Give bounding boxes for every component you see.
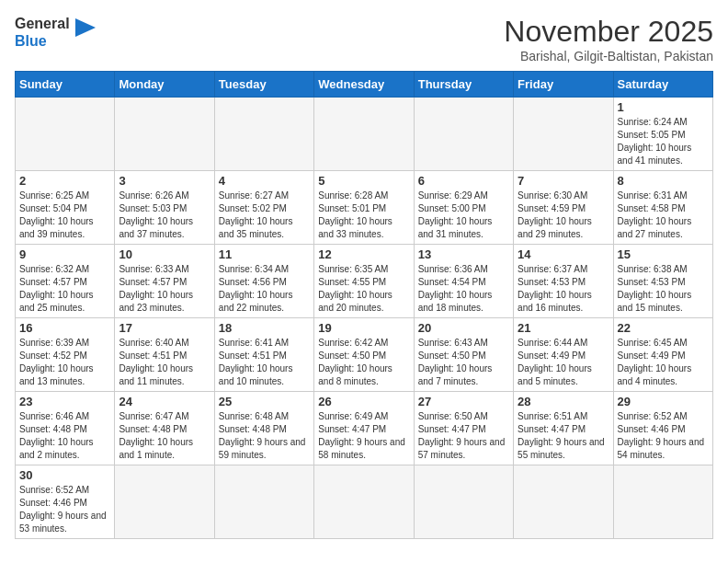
day-number: 23 [19, 395, 110, 408]
day-info: Sunrise: 6:28 AM Sunset: 5:01 PM Dayligh… [318, 190, 409, 241]
calendar-cell: 5Sunrise: 6:28 AM Sunset: 5:01 PM Daylig… [314, 171, 414, 245]
day-info: Sunrise: 6:48 AM Sunset: 4:48 PM Dayligh… [219, 410, 310, 462]
calendar-day-header: Sunday [16, 72, 115, 98]
logo-text: General Blue [15, 15, 70, 50]
calendar-cell: 6Sunrise: 6:29 AM Sunset: 5:00 PM Daylig… [414, 171, 513, 245]
day-info: Sunrise: 6:38 AM Sunset: 4:53 PM Dayligh… [618, 263, 709, 315]
calendar-cell: 23Sunrise: 6:46 AM Sunset: 4:48 PM Dayli… [16, 392, 115, 465]
day-info: Sunrise: 6:30 AM Sunset: 4:59 PM Dayligh… [518, 190, 609, 241]
day-info: Sunrise: 6:45 AM Sunset: 4:49 PM Dayligh… [618, 337, 709, 388]
calendar-cell: 2Sunrise: 6:25 AM Sunset: 5:04 PM Daylig… [16, 171, 115, 245]
calendar-cell: 10Sunrise: 6:33 AM Sunset: 4:57 PM Dayli… [115, 245, 214, 318]
title-block: November 2025 Barishal, Gilgit-Baltistan… [504, 15, 713, 63]
calendar-cell: 21Sunrise: 6:44 AM Sunset: 4:49 PM Dayli… [514, 318, 613, 392]
day-info: Sunrise: 6:49 AM Sunset: 4:47 PM Dayligh… [318, 410, 409, 462]
calendar-cell: 13Sunrise: 6:36 AM Sunset: 4:54 PM Dayli… [414, 245, 513, 318]
day-number: 22 [618, 321, 709, 335]
calendar-cell [514, 465, 613, 539]
calendar-cell [16, 98, 115, 171]
day-info: Sunrise: 6:26 AM Sunset: 5:03 PM Dayligh… [119, 190, 210, 241]
day-info: Sunrise: 6:35 AM Sunset: 4:55 PM Dayligh… [318, 263, 409, 315]
day-info: Sunrise: 6:47 AM Sunset: 4:48 PM Dayligh… [119, 410, 210, 462]
calendar: SundayMondayTuesdayWednesdayThursdayFrid… [15, 71, 713, 539]
day-info: Sunrise: 6:29 AM Sunset: 5:00 PM Dayligh… [418, 190, 509, 241]
day-number: 25 [219, 395, 310, 408]
calendar-cell [314, 98, 414, 171]
header: General Blue November 2025 Barishal, Gil… [15, 15, 713, 63]
calendar-cell [414, 98, 513, 171]
calendar-week-row: 9Sunrise: 6:32 AM Sunset: 4:57 PM Daylig… [16, 245, 713, 318]
day-info: Sunrise: 6:50 AM Sunset: 4:47 PM Dayligh… [418, 410, 509, 462]
day-info: Sunrise: 6:46 AM Sunset: 4:48 PM Dayligh… [19, 410, 110, 462]
day-number: 9 [19, 247, 110, 261]
day-number: 21 [518, 321, 609, 335]
month-title: November 2025 [504, 15, 713, 49]
day-number: 8 [618, 174, 709, 188]
day-info: Sunrise: 6:31 AM Sunset: 4:58 PM Dayligh… [618, 190, 709, 241]
calendar-cell [314, 465, 414, 539]
calendar-cell: 8Sunrise: 6:31 AM Sunset: 4:58 PM Daylig… [613, 171, 712, 245]
day-info: Sunrise: 6:37 AM Sunset: 4:53 PM Dayligh… [518, 263, 609, 315]
day-number: 7 [518, 174, 609, 188]
day-info: Sunrise: 6:32 AM Sunset: 4:57 PM Dayligh… [19, 263, 110, 315]
calendar-cell: 11Sunrise: 6:34 AM Sunset: 4:56 PM Dayli… [214, 245, 313, 318]
day-number: 4 [219, 174, 310, 188]
calendar-cell: 17Sunrise: 6:40 AM Sunset: 4:51 PM Dayli… [115, 318, 214, 392]
day-info: Sunrise: 6:25 AM Sunset: 5:04 PM Dayligh… [19, 190, 110, 241]
day-number: 28 [518, 395, 609, 408]
calendar-cell: 25Sunrise: 6:48 AM Sunset: 4:48 PM Dayli… [214, 392, 313, 465]
day-number: 11 [219, 247, 310, 261]
calendar-week-row: 1Sunrise: 6:24 AM Sunset: 5:05 PM Daylig… [16, 98, 713, 171]
calendar-cell: 28Sunrise: 6:51 AM Sunset: 4:47 PM Dayli… [514, 392, 613, 465]
day-info: Sunrise: 6:41 AM Sunset: 4:51 PM Dayligh… [219, 337, 310, 388]
day-number: 6 [418, 174, 509, 188]
day-info: Sunrise: 6:40 AM Sunset: 4:51 PM Dayligh… [119, 337, 210, 388]
calendar-cell [514, 98, 613, 171]
calendar-cell: 14Sunrise: 6:37 AM Sunset: 4:53 PM Dayli… [514, 245, 613, 318]
svg-marker-0 [75, 18, 96, 37]
day-info: Sunrise: 6:42 AM Sunset: 4:50 PM Dayligh… [318, 337, 409, 388]
calendar-cell [115, 465, 214, 539]
calendar-cell: 3Sunrise: 6:26 AM Sunset: 5:03 PM Daylig… [115, 171, 214, 245]
calendar-day-header: Saturday [613, 72, 712, 98]
day-number: 18 [219, 321, 310, 335]
day-info: Sunrise: 6:51 AM Sunset: 4:47 PM Dayligh… [518, 410, 609, 462]
calendar-week-row: 2Sunrise: 6:25 AM Sunset: 5:04 PM Daylig… [16, 171, 713, 245]
day-info: Sunrise: 6:27 AM Sunset: 5:02 PM Dayligh… [219, 190, 310, 241]
calendar-cell: 27Sunrise: 6:50 AM Sunset: 4:47 PM Dayli… [414, 392, 513, 465]
day-number: 3 [119, 174, 210, 188]
calendar-cell: 30Sunrise: 6:52 AM Sunset: 4:46 PM Dayli… [16, 465, 115, 539]
day-info: Sunrise: 6:52 AM Sunset: 4:46 PM Dayligh… [19, 484, 110, 535]
calendar-day-header: Monday [115, 72, 214, 98]
calendar-cell: 1Sunrise: 6:24 AM Sunset: 5:05 PM Daylig… [613, 98, 712, 171]
calendar-cell: 29Sunrise: 6:52 AM Sunset: 4:46 PM Dayli… [613, 392, 712, 465]
calendar-cell: 26Sunrise: 6:49 AM Sunset: 4:47 PM Dayli… [314, 392, 414, 465]
day-number: 1 [618, 100, 709, 114]
day-info: Sunrise: 6:34 AM Sunset: 4:56 PM Dayligh… [219, 263, 310, 315]
calendar-day-header: Friday [514, 72, 613, 98]
calendar-cell: 15Sunrise: 6:38 AM Sunset: 4:53 PM Dayli… [613, 245, 712, 318]
calendar-cell: 9Sunrise: 6:32 AM Sunset: 4:57 PM Daylig… [16, 245, 115, 318]
day-info: Sunrise: 6:43 AM Sunset: 4:50 PM Dayligh… [418, 337, 509, 388]
day-number: 19 [318, 321, 409, 335]
calendar-week-row: 30Sunrise: 6:52 AM Sunset: 4:46 PM Dayli… [16, 465, 713, 539]
calendar-header-row: SundayMondayTuesdayWednesdayThursdayFrid… [16, 72, 713, 98]
calendar-week-row: 23Sunrise: 6:46 AM Sunset: 4:48 PM Dayli… [16, 392, 713, 465]
day-number: 24 [119, 395, 210, 408]
day-number: 2 [19, 174, 110, 188]
calendar-cell: 19Sunrise: 6:42 AM Sunset: 4:50 PM Dayli… [314, 318, 414, 392]
logo: General Blue [15, 15, 96, 50]
day-number: 17 [119, 321, 210, 335]
calendar-cell [115, 98, 214, 171]
day-info: Sunrise: 6:33 AM Sunset: 4:57 PM Dayligh… [119, 263, 210, 315]
day-info: Sunrise: 6:52 AM Sunset: 4:46 PM Dayligh… [618, 410, 709, 462]
calendar-cell: 22Sunrise: 6:45 AM Sunset: 4:49 PM Dayli… [613, 318, 712, 392]
calendar-cell [613, 465, 712, 539]
calendar-week-row: 16Sunrise: 6:39 AM Sunset: 4:52 PM Dayli… [16, 318, 713, 392]
calendar-cell: 18Sunrise: 6:41 AM Sunset: 4:51 PM Dayli… [214, 318, 313, 392]
day-number: 16 [19, 321, 110, 335]
day-info: Sunrise: 6:39 AM Sunset: 4:52 PM Dayligh… [19, 337, 110, 388]
calendar-cell: 4Sunrise: 6:27 AM Sunset: 5:02 PM Daylig… [214, 171, 313, 245]
day-number: 27 [418, 395, 509, 408]
calendar-cell: 12Sunrise: 6:35 AM Sunset: 4:55 PM Dayli… [314, 245, 414, 318]
